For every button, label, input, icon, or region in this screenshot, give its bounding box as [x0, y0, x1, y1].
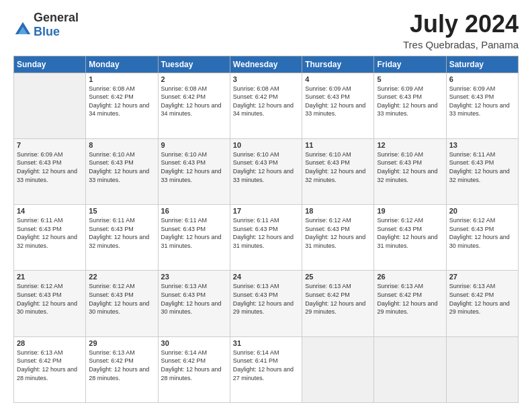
day-number: 26 — [377, 273, 443, 281]
table-row — [374, 336, 446, 402]
col-thursday: Thursday — [302, 56, 374, 73]
day-info: Sunrise: 6:13 AM Sunset: 6:42 PM Dayligh… — [89, 349, 154, 382]
day-info: Sunrise: 6:14 AM Sunset: 6:41 PM Dayligh… — [233, 349, 299, 382]
day-number: 19 — [377, 207, 443, 215]
day-number: 10 — [233, 141, 299, 149]
table-row: 31Sunrise: 6:14 AM Sunset: 6:41 PM Dayli… — [230, 336, 302, 402]
table-row: 14Sunrise: 6:11 AM Sunset: 6:43 PM Dayli… — [14, 205, 86, 271]
day-number: 23 — [161, 273, 227, 281]
header: GeneralBlue July 2024 Tres Quebradas, Pa… — [13, 11, 519, 50]
day-number: 5 — [377, 75, 443, 83]
table-row: 17Sunrise: 6:11 AM Sunset: 6:43 PM Dayli… — [230, 205, 302, 271]
day-info: Sunrise: 6:12 AM Sunset: 6:43 PM Dayligh… — [17, 282, 83, 316]
day-number: 27 — [449, 273, 515, 281]
calendar-week-row: 14Sunrise: 6:11 AM Sunset: 6:43 PM Dayli… — [14, 205, 519, 271]
day-number: 24 — [233, 273, 299, 281]
day-info: Sunrise: 6:11 AM Sunset: 6:43 PM Dayligh… — [161, 216, 227, 250]
calendar-week-row: 7Sunrise: 6:09 AM Sunset: 6:43 PM Daylig… — [14, 138, 519, 204]
col-sunday: Sunday — [14, 56, 86, 73]
table-row: 22Sunrise: 6:12 AM Sunset: 6:43 PM Dayli… — [86, 271, 158, 336]
table-row: 30Sunrise: 6:14 AM Sunset: 6:42 PM Dayli… — [158, 336, 230, 402]
day-info: Sunrise: 6:08 AM Sunset: 6:42 PM Dayligh… — [233, 85, 299, 118]
day-info: Sunrise: 6:12 AM Sunset: 6:43 PM Dayligh… — [377, 216, 443, 250]
day-number: 20 — [449, 207, 515, 215]
table-row: 27Sunrise: 6:13 AM Sunset: 6:42 PM Dayli… — [446, 271, 518, 336]
day-number: 7 — [17, 141, 83, 149]
day-info: Sunrise: 6:10 AM Sunset: 6:43 PM Dayligh… — [89, 150, 154, 184]
day-number: 22 — [89, 273, 154, 281]
day-info: Sunrise: 6:14 AM Sunset: 6:42 PM Dayligh… — [161, 349, 227, 382]
day-info: Sunrise: 6:10 AM Sunset: 6:43 PM Dayligh… — [233, 150, 299, 184]
table-row: 3Sunrise: 6:08 AM Sunset: 6:42 PM Daylig… — [230, 73, 302, 138]
table-row: 15Sunrise: 6:11 AM Sunset: 6:43 PM Dayli… — [86, 205, 158, 271]
day-info: Sunrise: 6:13 AM Sunset: 6:42 PM Dayligh… — [377, 282, 443, 316]
day-number: 29 — [89, 339, 154, 347]
day-number: 4 — [305, 75, 371, 83]
day-info: Sunrise: 6:10 AM Sunset: 6:43 PM Dayligh… — [377, 150, 443, 184]
col-friday: Friday — [374, 56, 446, 73]
day-info: Sunrise: 6:09 AM Sunset: 6:43 PM Dayligh… — [17, 150, 83, 184]
calendar-week-row: 1Sunrise: 6:08 AM Sunset: 6:42 PM Daylig… — [14, 73, 519, 138]
table-row — [446, 336, 518, 402]
table-row: 18Sunrise: 6:12 AM Sunset: 6:43 PM Dayli… — [302, 205, 374, 271]
day-info: Sunrise: 6:09 AM Sunset: 6:43 PM Dayligh… — [377, 85, 443, 118]
table-row: 9Sunrise: 6:10 AM Sunset: 6:43 PM Daylig… — [158, 138, 230, 204]
table-row: 29Sunrise: 6:13 AM Sunset: 6:42 PM Dayli… — [86, 336, 158, 402]
day-info: Sunrise: 6:10 AM Sunset: 6:43 PM Dayligh… — [161, 150, 227, 184]
table-row: 6Sunrise: 6:09 AM Sunset: 6:43 PM Daylig… — [446, 73, 518, 138]
day-number: 17 — [233, 207, 299, 215]
day-number: 8 — [89, 141, 154, 149]
day-number: 21 — [17, 273, 83, 281]
day-info: Sunrise: 6:12 AM Sunset: 6:43 PM Dayligh… — [305, 216, 371, 250]
day-number: 9 — [161, 141, 227, 149]
month-title: July 2024 — [403, 11, 519, 38]
table-row: 23Sunrise: 6:13 AM Sunset: 6:43 PM Dayli… — [158, 271, 230, 336]
table-row: 5Sunrise: 6:09 AM Sunset: 6:43 PM Daylig… — [374, 73, 446, 138]
day-number: 6 — [449, 75, 515, 83]
day-info: Sunrise: 6:11 AM Sunset: 6:43 PM Dayligh… — [233, 216, 299, 250]
day-info: Sunrise: 6:12 AM Sunset: 6:43 PM Dayligh… — [449, 216, 515, 250]
col-saturday: Saturday — [446, 56, 518, 73]
day-info: Sunrise: 6:11 AM Sunset: 6:43 PM Dayligh… — [17, 216, 83, 250]
day-info: Sunrise: 6:13 AM Sunset: 6:42 PM Dayligh… — [305, 282, 371, 316]
table-row: 10Sunrise: 6:10 AM Sunset: 6:43 PM Dayli… — [230, 138, 302, 204]
subtitle: Tres Quebradas, Panama — [403, 39, 519, 50]
table-row: 26Sunrise: 6:13 AM Sunset: 6:42 PM Dayli… — [374, 271, 446, 336]
logo: GeneralBlue — [13, 11, 79, 39]
day-number: 13 — [449, 141, 515, 149]
day-number: 12 — [377, 141, 443, 149]
day-number: 2 — [161, 75, 227, 83]
day-number: 14 — [17, 207, 83, 215]
table-row: 16Sunrise: 6:11 AM Sunset: 6:43 PM Dayli… — [158, 205, 230, 271]
table-row: 1Sunrise: 6:08 AM Sunset: 6:42 PM Daylig… — [86, 73, 158, 138]
col-monday: Monday — [86, 56, 158, 73]
calendar-header-row: Sunday Monday Tuesday Wednesday Thursday… — [14, 56, 519, 73]
col-tuesday: Tuesday — [158, 56, 230, 73]
table-row: 12Sunrise: 6:10 AM Sunset: 6:43 PM Dayli… — [374, 138, 446, 204]
day-number: 3 — [233, 75, 299, 83]
table-row: 13Sunrise: 6:11 AM Sunset: 6:43 PM Dayli… — [446, 138, 518, 204]
table-row: 7Sunrise: 6:09 AM Sunset: 6:43 PM Daylig… — [14, 138, 86, 204]
calendar-week-row: 28Sunrise: 6:13 AM Sunset: 6:42 PM Dayli… — [14, 336, 519, 402]
day-info: Sunrise: 6:09 AM Sunset: 6:43 PM Dayligh… — [449, 85, 515, 118]
day-info: Sunrise: 6:08 AM Sunset: 6:42 PM Dayligh… — [89, 85, 154, 118]
table-row: 28Sunrise: 6:13 AM Sunset: 6:42 PM Dayli… — [14, 336, 86, 402]
day-info: Sunrise: 6:11 AM Sunset: 6:43 PM Dayligh… — [449, 150, 515, 184]
table-row: 20Sunrise: 6:12 AM Sunset: 6:43 PM Dayli… — [446, 205, 518, 271]
calendar-table: Sunday Monday Tuesday Wednesday Thursday… — [13, 56, 519, 403]
page: GeneralBlue July 2024 Tres Quebradas, Pa… — [0, 0, 532, 411]
day-info: Sunrise: 6:13 AM Sunset: 6:43 PM Dayligh… — [233, 282, 299, 316]
day-info: Sunrise: 6:13 AM Sunset: 6:42 PM Dayligh… — [449, 282, 515, 316]
day-info: Sunrise: 6:11 AM Sunset: 6:43 PM Dayligh… — [89, 216, 154, 250]
table-row: 25Sunrise: 6:13 AM Sunset: 6:42 PM Dayli… — [302, 271, 374, 336]
day-number: 25 — [305, 273, 371, 281]
day-number: 30 — [161, 339, 227, 347]
table-row: 19Sunrise: 6:12 AM Sunset: 6:43 PM Dayli… — [374, 205, 446, 271]
day-number: 1 — [89, 75, 154, 83]
day-info: Sunrise: 6:13 AM Sunset: 6:43 PM Dayligh… — [161, 282, 227, 316]
day-info: Sunrise: 6:12 AM Sunset: 6:43 PM Dayligh… — [89, 282, 154, 316]
day-number: 15 — [89, 207, 154, 215]
day-number: 31 — [233, 339, 299, 347]
table-row: 21Sunrise: 6:12 AM Sunset: 6:43 PM Dayli… — [14, 271, 86, 336]
table-row: 4Sunrise: 6:09 AM Sunset: 6:43 PM Daylig… — [302, 73, 374, 138]
